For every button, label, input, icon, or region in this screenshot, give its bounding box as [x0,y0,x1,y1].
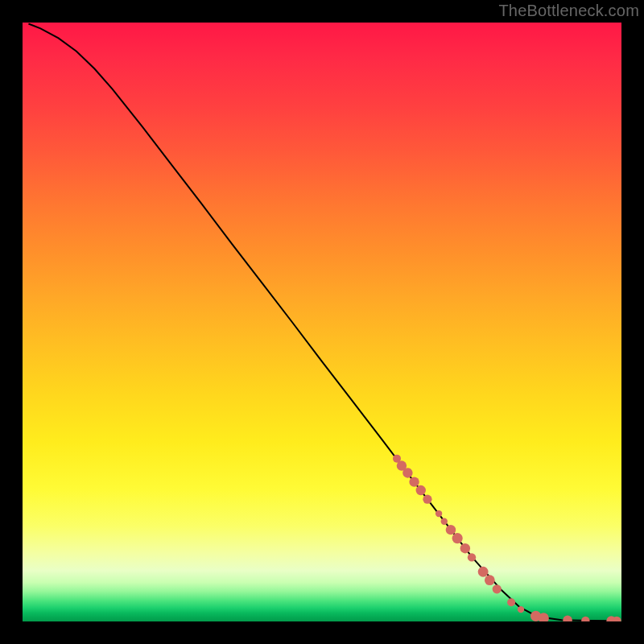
data-point [423,495,431,504]
data-point [468,553,476,561]
data-point [409,477,419,486]
data-point [416,485,426,495]
data-point [452,533,463,543]
data-point [402,468,412,477]
data-point [493,584,502,593]
data-point [518,606,524,613]
main-curve [28,23,615,621]
data-point [460,543,470,553]
data-point [478,567,489,577]
data-point [441,518,448,525]
data-point [581,617,589,621]
data-point [563,616,572,621]
data-points-group [393,455,621,621]
plot-area [23,23,621,621]
watermark-text: TheBottleneck.com [498,2,639,20]
chart-stage: TheBottleneck.com [0,0,644,644]
data-point [507,598,515,606]
data-point [446,525,456,535]
data-point [436,510,442,517]
chart-svg [23,23,621,621]
data-point [485,575,495,585]
